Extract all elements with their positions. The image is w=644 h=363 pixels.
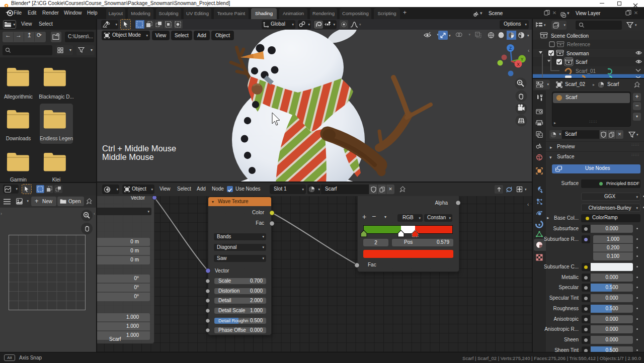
svg-text:‹: ‹ bbox=[528, 48, 529, 53]
svg-text:Scarf_01: Scarf_01 bbox=[576, 68, 596, 74]
svg-text:Reference: Reference bbox=[567, 42, 591, 47]
svg-text:Y: Y bbox=[521, 57, 524, 62]
svg-text:Ctrl + Middle Mouse: Ctrl + Middle Mouse bbox=[102, 144, 176, 153]
svg-text:X: X bbox=[517, 62, 520, 67]
svg-text:Scarf: Scarf bbox=[576, 59, 588, 65]
svg-text:Snowman: Snowman bbox=[567, 51, 589, 56]
svg-text:Z: Z bbox=[509, 46, 512, 51]
svg-text:Middle Mouse: Middle Mouse bbox=[102, 152, 154, 161]
svg-text:Scene Collection: Scene Collection bbox=[551, 33, 589, 39]
